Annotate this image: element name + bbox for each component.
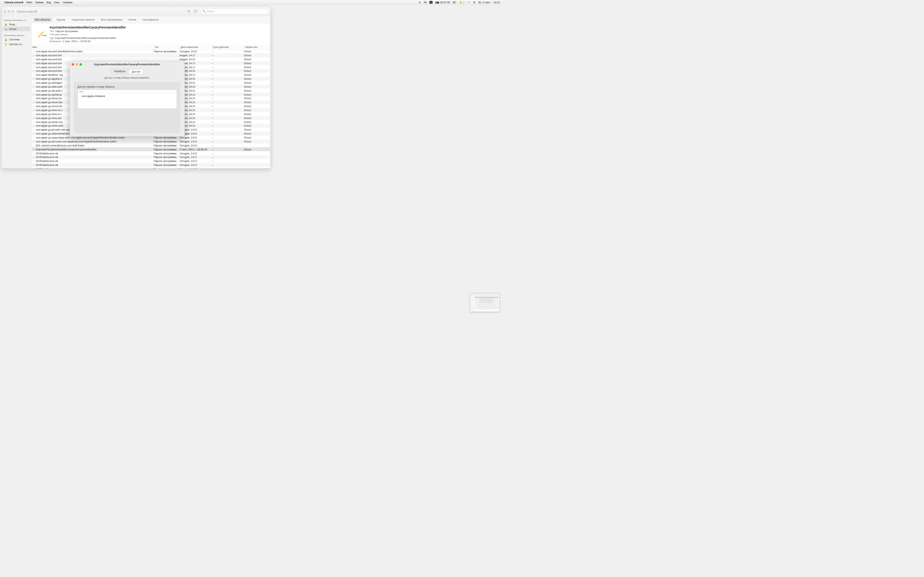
wifi-icon[interactable]: ᯤ xyxy=(468,1,471,3)
group-access-label: Доступ группы к этому объекту: xyxy=(78,85,177,88)
sidebar-item-system[interactable]: 🔒Система xyxy=(3,37,30,42)
window-close-button[interactable] xyxy=(3,10,6,13)
table-row[interactable]: com.apple.account.IdentityServices.token… xyxy=(31,49,270,53)
cell-expiry: -- xyxy=(212,89,244,92)
table-row[interactable]: IDS: exploit.runner@icloud.com-AuthToken… xyxy=(31,143,270,148)
detail-title: KeychainPersistentIdentifierCanaryPersis… xyxy=(50,26,126,29)
detail-where-label: Где: xyxy=(50,36,54,39)
tab-mycerts[interactable]: Мои сертификаты xyxy=(99,17,124,22)
password-icon xyxy=(31,152,36,155)
password-icon xyxy=(31,168,36,168)
cell-chain: iCloud xyxy=(244,58,270,61)
cell-expiry: -- xyxy=(212,50,244,53)
cell-expiry: -- xyxy=(212,132,244,135)
cell-date: Сегодня, 14:17 xyxy=(180,160,212,163)
search-input[interactable]: 🔍 Поиск xyxy=(201,9,268,14)
menu-window[interactable]: Окно xyxy=(54,1,60,3)
password-icon xyxy=(31,93,36,96)
battery-icon[interactable]: 🔋⚡ xyxy=(459,1,465,3)
table-row[interactable]: SOSDataSource-ak Пароль программы Сегодн… xyxy=(31,159,270,163)
cell-name: SOSDataSource-ak xyxy=(36,168,154,168)
password-icon xyxy=(31,136,36,139)
control-center-icon[interactable]: ⚙ xyxy=(473,1,476,3)
table-row[interactable]: SOSDataSource-ak Пароль программы Сегодн… xyxy=(31,152,270,155)
tab-certs[interactable]: Сертификаты xyxy=(141,17,161,22)
cell-date: Сегодня, 14:17 xyxy=(180,164,212,167)
list-item[interactable]: com.apple.cfnetwork xyxy=(78,93,177,99)
window-zoom-button[interactable] xyxy=(11,10,14,13)
cell-expiry: -- xyxy=(212,152,244,155)
menu-edit[interactable]: Правка xyxy=(35,1,44,3)
cell-name: SOSDataSource-ak xyxy=(36,164,154,167)
location-icon[interactable]: ➤ xyxy=(419,1,421,3)
sort-asc-icon: ⌃ xyxy=(151,46,153,48)
cell-name: SOSDataSource-ak xyxy=(36,160,154,163)
table-row[interactable]: com.apple.account.idm егодня, 14:21 -- i… xyxy=(31,57,270,61)
access-listbox[interactable]: Имя com.apple.cfnetwork xyxy=(78,90,177,108)
cell-expiry: -- xyxy=(212,168,244,168)
cell-chain: iCloud xyxy=(244,124,270,127)
dialog-tab-attributes[interactable]: Атрибуты xyxy=(111,69,129,74)
table-row[interactable]: com.apple.gs.tdm.auth.com.apple.account.… xyxy=(31,140,270,143)
col-expiry[interactable]: Срок действия xyxy=(212,45,244,49)
menubar-date[interactable]: Вс, 5 сент. xyxy=(478,1,491,3)
col-name[interactable]: Имя⌃ xyxy=(31,45,154,49)
menu-file[interactable]: Файл xyxy=(26,1,32,3)
cell-chain: iCloud xyxy=(244,109,270,112)
password-icon xyxy=(31,101,36,104)
sidebar-item-icloud[interactable]: ☁iCloud xyxy=(3,27,30,31)
cell-type: Пароль программы xyxy=(154,164,180,167)
menubar-app-name[interactable]: Связка ключей xyxy=(4,1,23,3)
input-source-badge[interactable]: A xyxy=(430,1,432,3)
clock-icon[interactable]: ▮▮▮ 00:07:58 xyxy=(435,1,450,3)
window-preview-thumbnail[interactable] xyxy=(470,293,499,311)
cell-date: Сегодня, 14:21 xyxy=(180,50,212,53)
cell-expiry: -- xyxy=(212,54,244,57)
cell-expiry: -- xyxy=(212,136,244,139)
menu-view[interactable]: Вид xyxy=(47,1,51,3)
tabbar: Все объекты Пароли Секретные заметки Мои… xyxy=(31,16,270,23)
item-detail: ••• KeychainPersistentIdentifierCanaryPe… xyxy=(31,23,270,45)
col-chain[interactable]: Связка клю… xyxy=(244,45,270,49)
cell-date: Сегодня, 14:17 xyxy=(180,156,212,159)
panda-menu-icon[interactable]: 🐼 xyxy=(424,1,427,3)
table-row[interactable]: SOSDataSource-ak Пароль программы Сегодн… xyxy=(31,163,270,167)
tab-keys[interactable]: Ключи xyxy=(127,17,138,22)
tab-all[interactable]: Все объекты xyxy=(33,17,52,22)
cell-expiry: -- xyxy=(212,156,244,159)
menu-help[interactable]: Справка xyxy=(63,1,73,3)
col-date[interactable]: Дата изменения xyxy=(180,45,212,49)
table-row[interactable]: KeychainPersistentIdentifierCanaryPersis… xyxy=(31,148,270,152)
dialog-close-button[interactable] xyxy=(72,63,74,66)
col-type[interactable]: Тип xyxy=(154,45,180,49)
dialog-zoom-button[interactable] xyxy=(79,63,82,66)
tab-notes[interactable]: Секретные заметки xyxy=(69,17,97,22)
password-icon xyxy=(31,105,36,108)
password-icon xyxy=(31,148,36,151)
password-icon xyxy=(31,121,36,123)
cell-chain: iCloud xyxy=(244,105,270,108)
info-icon[interactable]: ⓘ xyxy=(194,9,197,14)
tab-passwords[interactable]: Пароли xyxy=(55,17,68,22)
cell-expiry: -- xyxy=(212,74,244,76)
col-label: Имя xyxy=(32,46,37,49)
table-row[interactable]: SOSDataSource-ak Пароль программы Сегодн… xyxy=(31,155,270,160)
dialog-minimize-button[interactable] xyxy=(76,63,78,66)
sidebar-item-certs[interactable]: 📜Центры се… xyxy=(3,42,30,46)
window-minimize-button[interactable] xyxy=(8,10,10,13)
password-icon xyxy=(31,62,36,65)
cell-chain: iCloud xyxy=(244,77,270,81)
cell-date: Сегодня, 14:21 xyxy=(180,168,212,168)
dialog-access-panel: Доступ группы к этому объекту: Имя com.a… xyxy=(74,82,180,134)
table-row[interactable]: SOSDataSource-ak Пароль программы Сегодн… xyxy=(31,167,270,168)
bluetooth-off-icon[interactable]: ⌦ xyxy=(452,1,456,3)
cell-type: Пароль программы xyxy=(154,140,180,143)
detail-account-label: Учетная запись: xyxy=(50,33,69,36)
dialog-tab-access[interactable]: Доступ xyxy=(129,69,143,74)
sidebar-item-login[interactable]: 🔒Вход xyxy=(3,22,30,26)
cell-chain: iCloud xyxy=(244,148,270,151)
compose-icon[interactable]: ✎ xyxy=(187,10,190,14)
cell-chain: iCloud xyxy=(244,89,270,92)
menubar-time[interactable]: 14:23 xyxy=(493,1,500,3)
table-row[interactable]: com.apple.account.idm егодня, 14:17 -- i… xyxy=(31,53,270,57)
